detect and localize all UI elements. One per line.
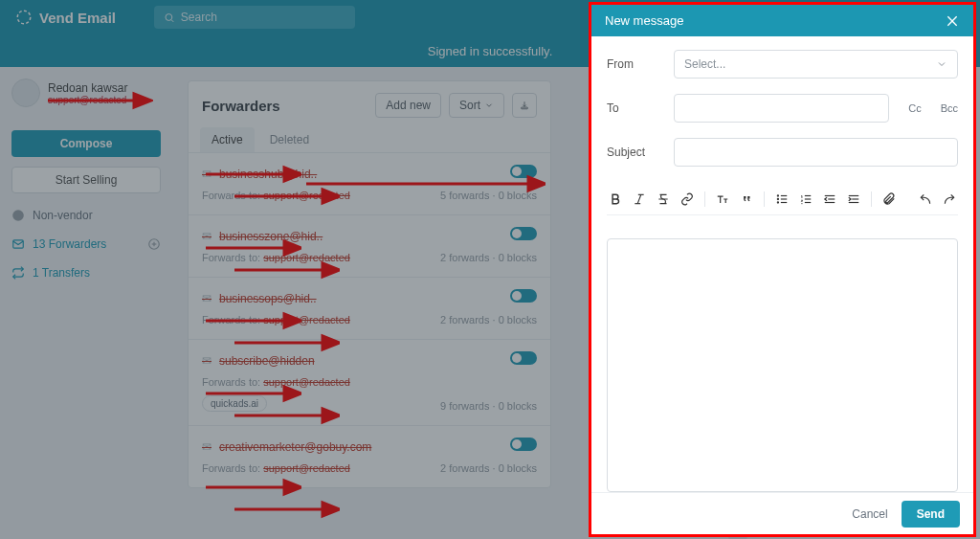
text-size-icon[interactable]: [716, 192, 729, 206]
from-placeholder: Select...: [684, 57, 725, 71]
from-label: From: [607, 57, 660, 71]
undo-icon[interactable]: [919, 192, 932, 206]
from-select[interactable]: Select...: [674, 50, 958, 79]
ordered-list-icon[interactable]: [799, 192, 813, 206]
compose-header: New message: [591, 5, 973, 36]
cancel-button[interactable]: Cancel: [852, 507, 887, 521]
send-button[interactable]: Send: [902, 501, 960, 528]
subject-label: Subject: [607, 146, 660, 159]
editor-toolbar: [607, 188, 958, 215]
italic-icon[interactable]: [633, 192, 646, 206]
svg-line-37: [637, 194, 641, 203]
bold-icon[interactable]: [609, 192, 622, 206]
attachment-icon[interactable]: [882, 192, 896, 206]
to-input[interactable]: [674, 94, 889, 123]
outdent-icon[interactable]: [823, 192, 836, 206]
strike-icon[interactable]: [657, 192, 670, 206]
subject-input[interactable]: [674, 138, 958, 167]
compose-title: New message: [605, 13, 683, 28]
indent-icon[interactable]: [847, 192, 860, 206]
svg-point-39: [777, 198, 778, 199]
compose-footer: Cancel Send: [591, 492, 973, 534]
bcc-button[interactable]: Bcc: [941, 102, 958, 114]
bullet-list-icon[interactable]: [775, 192, 789, 206]
to-label: To: [607, 101, 660, 115]
quote-icon[interactable]: [740, 192, 753, 206]
cc-button[interactable]: Cc: [908, 102, 921, 114]
svg-point-38: [777, 195, 778, 196]
compose-modal: New message From Select... To Cc Bcc Sub…: [589, 2, 976, 537]
chevron-down-icon: [936, 58, 947, 70]
editor-body[interactable]: [607, 238, 958, 492]
close-icon[interactable]: [945, 13, 960, 29]
link-icon[interactable]: [680, 192, 694, 206]
redo-icon[interactable]: [943, 192, 956, 206]
svg-point-40: [777, 202, 778, 203]
